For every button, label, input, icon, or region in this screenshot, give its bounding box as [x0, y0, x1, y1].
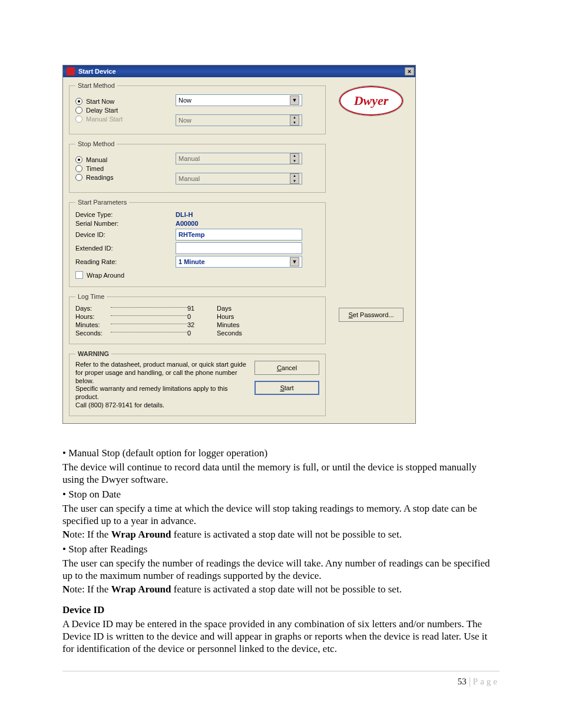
radio-label: Manual Start — [86, 116, 123, 123]
logtime-unit: Hours — [217, 313, 234, 320]
legend-stop-method: Stop Method — [75, 140, 117, 147]
cancel-button[interactable]: Cancel — [254, 361, 319, 375]
app-icon — [67, 67, 75, 75]
close-icon: × — [408, 68, 411, 75]
btn-text: et Password... — [353, 311, 394, 318]
titlebar: Start Device × — [63, 65, 415, 77]
legend-log-time: Log Time — [75, 293, 107, 300]
para-stop-on-date: The user can specify a time at which the… — [62, 503, 500, 527]
radio-icon — [75, 98, 82, 105]
label-extended-id: Extended ID: — [75, 245, 176, 252]
logtime-label: Hours: — [75, 313, 187, 320]
para-stop-after-readings: The user can specify the number of readi… — [62, 558, 500, 582]
group-stop-method: Stop Method Manual Timed — [69, 140, 326, 193]
group-log-time: Log Time Days:91DaysHours:0HoursMinutes:… — [69, 293, 326, 344]
set-password-button[interactable]: Set Password... — [339, 308, 404, 322]
logtime-label: Seconds: — [75, 330, 187, 337]
group-start-method: Start Method Start Now Delay Start — [69, 82, 326, 134]
spinner-buttons-icon: ▲▼ — [290, 153, 299, 164]
start-device-dialog: Start Device × Start Method Start Now — [62, 65, 416, 424]
logtime-row: Minutes:32Minutes — [75, 321, 319, 328]
warning-line: Refer to the datasheet, product manual, … — [75, 361, 246, 384]
window-title: Start Device — [78, 68, 405, 75]
warning-text: Refer to the datasheet, product manual, … — [75, 361, 247, 410]
radio-stop-readings[interactable]: Readings — [75, 174, 176, 181]
input-device-id[interactable] — [176, 229, 302, 241]
close-button[interactable]: × — [405, 67, 414, 75]
para-manual-stop: The device will continue to record data … — [62, 462, 500, 486]
start-button[interactable]: Start — [254, 381, 319, 395]
start-method-dropdown[interactable]: Now ▼ — [176, 94, 302, 106]
logtime-value: 32 — [187, 321, 217, 328]
stop-method-spinner-2: Manual ▲▼ — [176, 173, 302, 185]
bullet-manual-stop: Manual Stop (default option for logger o… — [62, 447, 500, 460]
group-warning: WARNING Refer to the datasheet, product … — [69, 350, 326, 416]
radio-icon — [75, 174, 82, 181]
radio-label: Timed — [86, 165, 104, 172]
bullet-stop-on-date: Stop on Date — [62, 489, 500, 501]
legend-warning: WARNING — [75, 350, 111, 357]
label-device-type: Device Type: — [75, 211, 176, 218]
dropdown-value: Now — [178, 97, 287, 104]
radio-icon — [75, 116, 82, 123]
radio-label: Readings — [86, 174, 113, 181]
logo-text: Dwyer — [354, 93, 389, 108]
dropdown-value: 1 Minute — [178, 258, 287, 265]
logtime-value: 91 — [187, 305, 217, 312]
logtime-unit: Days — [217, 305, 232, 312]
label-wrap-around: Wrap Around — [87, 272, 124, 279]
label-serial-number: Serial Number: — [75, 220, 176, 227]
bullet-stop-after-readings: Stop after Readings — [62, 543, 500, 556]
label-reading-rate: Reading Rate: — [75, 258, 176, 265]
checkbox-wrap-around[interactable] — [75, 271, 83, 279]
logtime-unit: Seconds — [217, 330, 242, 337]
spinner-value: Now — [178, 117, 287, 124]
radio-stop-timed[interactable]: Timed — [75, 165, 176, 172]
value-serial-number: A00000 — [176, 220, 199, 227]
logtime-value: 0 — [187, 313, 217, 320]
input-extended-id[interactable] — [176, 242, 302, 254]
logtime-row: Hours:0Hours — [75, 313, 319, 320]
heading-device-id: Device ID — [62, 604, 500, 617]
page-number: 53 | Page — [62, 676, 500, 687]
logtime-label: Minutes: — [75, 321, 187, 328]
legend-start-parameters: Start Parameters — [75, 199, 129, 206]
spinner-value: Manual — [178, 155, 287, 162]
stop-method-spinner-1: Manual ▲▼ — [176, 153, 302, 164]
btn-mnemonic: S — [280, 384, 284, 391]
btn-mnemonic: S — [348, 311, 352, 318]
document-body: Manual Stop (default option for logger o… — [62, 447, 500, 655]
legend-start-method: Start Method — [75, 82, 117, 89]
logtime-unit: Minutes — [217, 321, 240, 328]
radio-delay-start[interactable]: Delay Start — [75, 107, 176, 114]
logtime-row: Days:91Days — [75, 305, 319, 312]
radio-manual-start: Manual Start — [75, 116, 176, 123]
para-device-id: A Device ID may be entered in the space … — [62, 618, 500, 655]
dwyer-logo: Dwyer — [339, 85, 404, 116]
footer-divider — [62, 671, 500, 671]
logtime-row: Seconds:0Seconds — [75, 330, 319, 337]
chevron-down-icon: ▼ — [290, 257, 299, 266]
spinner-buttons-icon: ▲▼ — [290, 115, 299, 126]
radio-stop-manual[interactable]: Manual — [75, 156, 176, 163]
warning-line: Call (800) 872-9141 for details. — [75, 401, 164, 409]
chevron-down-icon: ▼ — [290, 95, 299, 105]
radio-icon — [75, 165, 82, 172]
btn-text: tart — [285, 384, 294, 391]
warning-line: Specific warranty and remedy limitations… — [75, 385, 228, 400]
note-wrap-1: Note: If the Wrap Around feature is acti… — [62, 529, 500, 541]
radio-icon — [75, 107, 82, 114]
radio-start-now[interactable]: Start Now — [75, 98, 176, 105]
note-wrap-2: Note: If the Wrap Around feature is acti… — [62, 584, 500, 596]
start-method-spinner: Now ▲▼ — [176, 114, 302, 126]
spinner-buttons-icon: ▲▼ — [290, 173, 299, 184]
logtime-label: Days: — [75, 305, 187, 312]
group-start-parameters: Start Parameters Device Type: DLI-H Seri… — [69, 199, 326, 287]
btn-mnemonic: C — [277, 364, 282, 371]
value-device-type: DLI-H — [176, 211, 193, 218]
logtime-value: 0 — [187, 330, 217, 337]
dropdown-reading-rate[interactable]: 1 Minute ▼ — [176, 256, 302, 268]
label-device-id: Device ID: — [75, 231, 176, 238]
radio-label: Start Now — [86, 98, 114, 105]
btn-text: ancel — [282, 364, 297, 371]
